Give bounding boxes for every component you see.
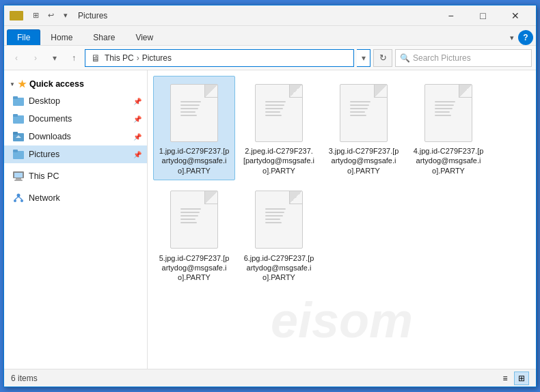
view-toggle-buttons: ≡ ⊞ <box>498 372 529 385</box>
file-icon-wrap-1 <box>167 82 221 143</box>
qat-dropdown-button[interactable]: ▾ <box>59 9 72 23</box>
file-icon-wrap-4 <box>421 82 476 143</box>
back-button[interactable]: ‹ <box>8 50 25 66</box>
svg-line-17 <box>18 197 22 199</box>
address-dropdown-button[interactable]: ▾ <box>357 49 370 67</box>
doc-icon-1 <box>170 84 218 142</box>
svg-rect-11 <box>16 178 21 180</box>
file-icon-wrap-6 <box>252 189 306 251</box>
file-name-4: 4.jpg.id-C279F237.[partydog@msgsafe.io].… <box>412 146 485 176</box>
sidebar: ▼ ★ Quick access Desktop 📌 Documents 📌 <box>4 70 148 369</box>
quick-access-section[interactable]: ▼ ★ Quick access <box>4 76 147 92</box>
watermark: eisom <box>271 292 413 348</box>
window-title: Pictures <box>78 11 435 20</box>
doc-icon-3 <box>340 84 388 142</box>
svg-rect-1 <box>13 96 18 99</box>
this-pc-icon: 🖥 <box>91 53 100 64</box>
recent-locations-button[interactable]: ▾ <box>46 50 63 66</box>
help-button[interactable]: ? <box>518 30 533 45</box>
pictures-pin-icon: 📌 <box>133 151 141 158</box>
quick-access-toolbar: ⊞ ↩ ▾ <box>10 9 72 23</box>
item-count: 6 items <box>11 374 38 383</box>
doc-icon-5 <box>170 191 218 249</box>
this-pc-path: This PC <box>105 53 134 63</box>
title-bar: ⊞ ↩ ▾ Pictures − □ ✕ <box>4 5 536 26</box>
address-bar: ‹ › ▾ ↑ 🖥 This PC › Pictures ▾ ↻ 🔍 Searc… <box>4 46 536 70</box>
tab-share[interactable]: Share <box>83 29 125 45</box>
ribbon: File Home Share View ▾ ? <box>4 26 536 46</box>
path-separator-1: › <box>137 53 139 63</box>
search-placeholder: Search Pictures <box>413 53 471 63</box>
documents-folder-icon <box>12 113 25 125</box>
downloads-folder-icon <box>12 130 25 143</box>
tab-home[interactable]: Home <box>40 29 83 45</box>
address-path[interactable]: 🖥 This PC › Pictures <box>85 49 354 67</box>
network-label: Network <box>29 193 141 203</box>
svg-rect-5 <box>13 132 18 135</box>
main-area: ▼ ★ Quick access Desktop 📌 Documents 📌 <box>4 70 536 369</box>
doc-icon-4 <box>424 84 472 142</box>
sidebar-item-pictures[interactable]: Pictures 📌 <box>4 145 147 163</box>
window-icon <box>10 11 23 20</box>
file-icon-wrap-2 <box>252 82 306 143</box>
search-box[interactable]: 🔍 Search Pictures <box>395 49 532 67</box>
sidebar-item-network[interactable]: Network <box>4 189 147 207</box>
desktop-folder-icon <box>12 95 25 107</box>
file-name-2: 2.jpeg.id-C279F237.[partydog@msgsafe.io]… <box>243 146 315 176</box>
documents-label: Documents <box>29 114 133 124</box>
svg-rect-8 <box>13 150 18 152</box>
downloads-label: Downloads <box>29 132 133 141</box>
doc-icon-6 <box>255 191 303 249</box>
search-icon: 🔍 <box>400 53 410 63</box>
ribbon-collapse-icon[interactable]: ▾ <box>510 33 514 42</box>
qat-undo-button[interactable]: ↩ <box>44 9 57 23</box>
network-icon <box>12 192 25 204</box>
file-item-4[interactable]: 4.jpg.id-C279F237.[partydog@msgsafe.io].… <box>407 76 489 180</box>
desktop-label: Desktop <box>29 96 133 106</box>
current-folder-path: Pictures <box>142 53 172 63</box>
forward-button[interactable]: › <box>27 50 44 66</box>
qat-properties-button[interactable]: ⊞ <box>29 9 42 23</box>
file-icon-wrap-3 <box>336 82 391 143</box>
status-bar: 6 items ≡ ⊞ <box>4 369 536 387</box>
svg-point-13 <box>17 194 21 197</box>
svg-point-15 <box>21 199 23 202</box>
file-name-5: 5.jpg.id-C279F237.[partydog@msgsafe.io].… <box>158 253 230 283</box>
pictures-folder-icon <box>12 148 25 160</box>
svg-rect-12 <box>14 180 23 181</box>
pictures-label: Pictures <box>29 150 133 159</box>
quick-access-label: Quick access <box>29 79 84 89</box>
file-item-5[interactable]: 5.jpg.id-C279F237.[partydog@msgsafe.io].… <box>153 183 235 288</box>
file-name-6: 6.jpg.id-C279F237.[partydog@msgsafe.io].… <box>243 253 315 283</box>
tab-file[interactable]: File <box>7 29 40 45</box>
this-pc-sidebar-icon <box>12 170 25 182</box>
close-button[interactable]: ✕ <box>500 6 530 25</box>
documents-pin-icon: 📌 <box>133 115 141 123</box>
sidebar-item-downloads[interactable]: Downloads 📌 <box>4 128 147 145</box>
downloads-pin-icon: 📌 <box>133 133 141 141</box>
svg-rect-10 <box>14 173 23 178</box>
refresh-button[interactable]: ↻ <box>373 49 392 67</box>
sidebar-item-documents[interactable]: Documents 📌 <box>4 110 147 128</box>
file-item-1[interactable]: 1.jpg.id-C279F237.[partydog@msgsafe.io].… <box>153 76 235 180</box>
file-item-2[interactable]: 2.jpeg.id-C279F237.[partydog@msgsafe.io]… <box>238 76 320 180</box>
file-icon-wrap-5 <box>167 189 221 251</box>
details-view-button[interactable]: ≡ <box>498 372 513 385</box>
window-controls: − □ ✕ <box>435 6 530 25</box>
file-item-6[interactable]: 6.jpg.id-C279F237.[partydog@msgsafe.io].… <box>238 183 320 288</box>
content-area: eisom <box>148 70 536 369</box>
tab-view[interactable]: View <box>125 29 163 45</box>
sidebar-item-desktop[interactable]: Desktop 📌 <box>4 92 147 110</box>
file-item-3[interactable]: 3.jpg.id-C279F237.[partydog@msgsafe.io].… <box>323 76 405 180</box>
this-pc-sidebar-label: This PC <box>29 171 141 181</box>
maximize-button[interactable]: □ <box>468 6 498 25</box>
up-button[interactable]: ↑ <box>66 50 82 66</box>
explorer-window: ⊞ ↩ ▾ Pictures − □ ✕ File Home Share Vie… <box>3 5 537 387</box>
file-name-1: 1.jpg.id-C279F237.[partydog@msgsafe.io].… <box>158 146 230 176</box>
icons-view-button[interactable]: ⊞ <box>514 372 529 385</box>
minimize-button[interactable]: − <box>435 6 466 25</box>
quick-access-chevron: ▼ <box>10 81 15 87</box>
quick-access-star-icon: ★ <box>18 79 27 89</box>
file-name-3: 3.jpg.id-C279F237.[partydog@msgsafe.io].… <box>327 146 400 176</box>
sidebar-item-this-pc[interactable]: This PC <box>4 167 147 185</box>
